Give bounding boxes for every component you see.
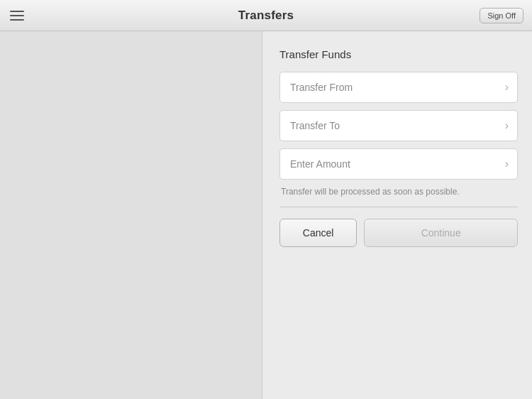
header-title: Transfers — [238, 9, 294, 23]
transfer-from-chevron-icon: › — [505, 81, 509, 94]
main-layout: Transfer Funds Transfer From › Transfer … — [0, 31, 532, 399]
transfer-to-chevron-icon: › — [505, 119, 509, 132]
transfer-to-label: Transfer To — [290, 120, 340, 131]
info-text: Transfer will be processed as soon as po… — [279, 187, 518, 197]
buttons-row: Cancel Continue — [279, 219, 518, 247]
sign-off-button[interactable]: Sign Off — [480, 8, 523, 23]
enter-amount-label: Enter Amount — [290, 158, 350, 170]
transfer-to-row[interactable]: Transfer To › — [279, 110, 518, 141]
left-panel — [0, 31, 262, 399]
enter-amount-row[interactable]: Enter Amount › — [279, 148, 518, 180]
continue-button: Continue — [364, 219, 518, 247]
menu-icon[interactable] — [10, 11, 24, 21]
header-bar: Transfers Sign Off — [0, 0, 532, 31]
enter-amount-chevron-icon: › — [505, 158, 509, 170]
transfer-from-label: Transfer From — [290, 82, 353, 93]
divider — [279, 207, 518, 207]
cancel-button[interactable]: Cancel — [279, 219, 357, 247]
section-title: Transfer Funds — [279, 48, 518, 60]
right-panel: Transfer Funds Transfer From › Transfer … — [262, 31, 532, 399]
transfer-from-row[interactable]: Transfer From › — [279, 72, 518, 103]
